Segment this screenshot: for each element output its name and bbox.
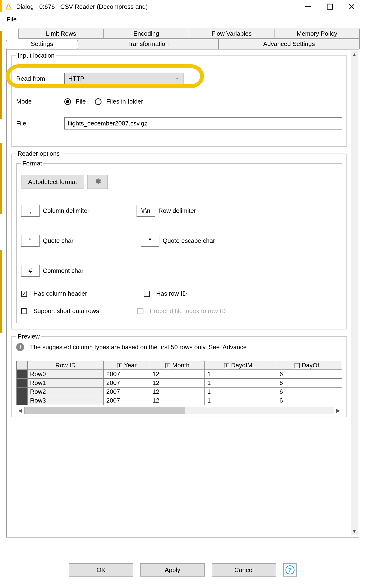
label-quote-char: Quote char — [43, 237, 74, 244]
help-icon: ? — [285, 565, 295, 574]
table-row[interactable]: Row320071216 — [16, 396, 342, 405]
fieldset-preview: Preview i The suggested column types are… — [11, 333, 347, 417]
ok-button[interactable]: OK — [69, 563, 133, 577]
gear-icon — [94, 178, 101, 186]
tab-limit-rows[interactable]: Limit Rows — [18, 29, 104, 39]
checkbox-short-rows[interactable] — [21, 308, 27, 314]
radio-mode-file-label: File — [76, 98, 86, 105]
row-selector[interactable] — [16, 396, 27, 405]
tab-encoding[interactable]: Encoding — [103, 29, 189, 39]
menu-file[interactable]: File — [7, 16, 17, 23]
window-left-border — [0, 0, 2, 588]
col-dayofmonth[interactable]: IDayofM... — [205, 361, 277, 370]
cell: 1 — [205, 379, 277, 387]
cancel-button[interactable]: Cancel — [212, 563, 276, 577]
cell: 2007 — [104, 379, 150, 387]
radio-mode-folder[interactable] — [95, 98, 101, 105]
hscroll-track[interactable] — [24, 407, 334, 414]
titlebar: Dialog - 0:676 - CSV Reader (Decompress … — [0, 0, 366, 13]
col-dayofweek[interactable]: IDayOf... — [277, 361, 342, 370]
close-button[interactable] — [347, 2, 357, 11]
scroll-right-icon[interactable]: ▶ — [334, 407, 342, 415]
label-prepend-index: Prepend file index to row ID — [150, 307, 226, 315]
label-mode: Mode — [16, 98, 61, 105]
settings-vscrollbar[interactable]: ▲ ▼ — [351, 51, 358, 535]
label-row-delimiter: Row delimiter — [159, 207, 196, 214]
cell-rowid: Row3 — [27, 396, 104, 405]
cell: 12 — [150, 387, 205, 396]
legend-format: Format — [21, 160, 43, 167]
tab-content-settings: Input location Read from HTTP ﹀ Mode Fil… — [6, 50, 359, 537]
checkbox-has-rowid[interactable] — [144, 291, 150, 297]
minimize-button[interactable] — [303, 2, 313, 11]
label-escape-char: Quote escape char — [163, 237, 215, 244]
fieldset-reader-options: Reader options Format Autodetect format … — [11, 150, 347, 330]
label-has-header: Has column header — [33, 290, 87, 297]
apply-button[interactable]: Apply — [140, 563, 205, 577]
tabs-primary-row: Settings Transformation Advanced Setting… — [6, 39, 359, 50]
table-row[interactable]: Row120071216 — [16, 379, 342, 387]
cell-rowid: Row0 — [27, 370, 104, 379]
dialog-footer: OK Apply Cancel ? — [6, 563, 359, 577]
scroll-left-icon[interactable]: ◀ — [16, 407, 24, 415]
col-rowid[interactable]: Row ID — [27, 361, 104, 370]
tab-flow-variables[interactable]: Flow Variables — [189, 29, 274, 39]
label-has-rowid: Has row ID — [156, 290, 187, 297]
input-file-path[interactable]: flights_december2007.csv.gz — [64, 117, 342, 130]
integer-icon: I — [224, 363, 229, 368]
input-escape-char[interactable]: " — [141, 235, 160, 247]
autodetect-button[interactable]: Autodetect format — [21, 175, 84, 189]
cell-rowid: Row2 — [27, 387, 104, 396]
preview-table: Row ID IYear IMonth IDayofM... IDayOf...… — [16, 361, 342, 405]
tab-advanced-settings[interactable]: Advanced Settings — [218, 39, 360, 49]
legend-preview: Preview — [16, 333, 41, 340]
legend-reader-options: Reader options — [16, 150, 61, 157]
tab-transformation[interactable]: Transformation — [77, 39, 219, 49]
tab-memory-policy[interactable]: Memory Policy — [274, 29, 360, 39]
input-row-delimiter[interactable]: \r\n — [137, 205, 155, 217]
label-read-from: Read from — [16, 75, 61, 82]
hscroll-thumb[interactable] — [24, 407, 185, 414]
table-row[interactable]: Row220071216 — [16, 387, 342, 396]
label-short-rows: Support short data rows — [33, 307, 99, 315]
row-selector[interactable] — [16, 379, 27, 387]
col-month[interactable]: IMonth — [150, 361, 205, 370]
label-comment-char: Comment char — [43, 267, 84, 274]
input-file-path-value: flights_december2007.csv.gz — [68, 120, 147, 127]
radio-mode-folder-label: Files in folder — [106, 98, 143, 105]
combo-read-from-value: HTTP — [68, 75, 84, 82]
integer-icon: I — [117, 363, 122, 368]
autodetect-settings-button[interactable] — [87, 175, 108, 189]
integer-icon: I — [295, 363, 300, 368]
preview-hscrollbar[interactable]: ◀ ▶ — [16, 407, 342, 415]
cell: 12 — [150, 379, 205, 387]
maximize-button[interactable] — [325, 2, 335, 11]
cell: 2007 — [104, 396, 150, 405]
label-col-delimiter: Column delimiter — [43, 207, 89, 214]
integer-icon: I — [165, 363, 170, 368]
table-row[interactable]: Row020071216 — [16, 370, 342, 379]
combo-read-from[interactable]: HTTP ﹀ — [64, 73, 183, 85]
window-buttons — [303, 2, 366, 11]
cell: 12 — [150, 396, 205, 405]
checkbox-has-header[interactable] — [21, 291, 27, 297]
app-icon — [5, 3, 12, 10]
input-quote-char[interactable]: " — [21, 235, 39, 247]
fieldset-input-location: Input location Read from HTTP ﹀ Mode Fil… — [11, 52, 347, 147]
input-col-delimiter[interactable]: , — [21, 205, 39, 217]
input-comment-char[interactable]: # — [21, 265, 39, 277]
fieldset-format: Format Autodetect format , Column delimi… — [16, 160, 342, 323]
col-year[interactable]: IYear — [104, 361, 150, 370]
scroll-up-icon[interactable]: ▲ — [351, 51, 358, 58]
preview-note: The suggested column types are based on … — [30, 344, 247, 351]
row-selector[interactable] — [16, 387, 27, 396]
tab-settings[interactable]: Settings — [6, 39, 78, 49]
radio-mode-file[interactable] — [64, 98, 71, 105]
table-corner — [16, 361, 27, 370]
row-selector[interactable] — [16, 370, 27, 379]
help-button[interactable]: ? — [283, 563, 297, 577]
cell: 2007 — [104, 387, 150, 396]
legend-input-location: Input location — [16, 52, 56, 59]
scroll-down-icon[interactable]: ▼ — [351, 528, 358, 535]
cell: 1 — [205, 387, 277, 396]
